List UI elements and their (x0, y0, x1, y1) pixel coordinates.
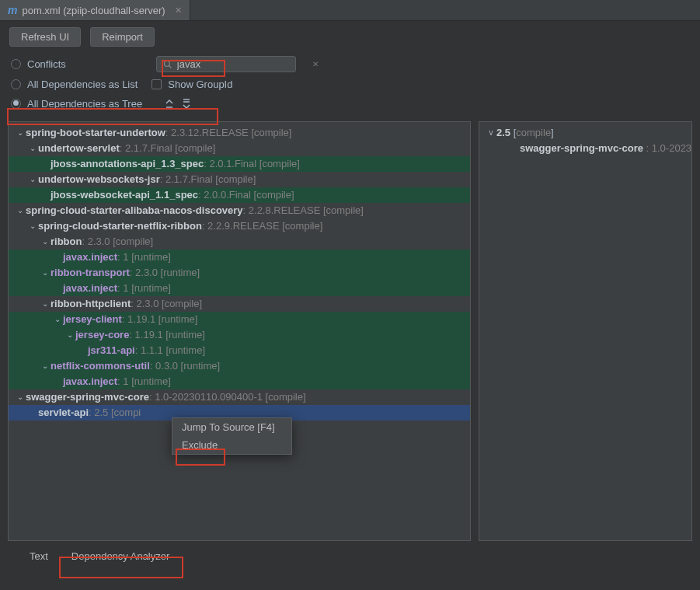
chevron-down-icon: v (486, 125, 496, 141)
chevron-down-icon[interactable]: ⌄ (64, 327, 75, 343)
dep-name: jersey-core (75, 327, 129, 343)
dep-name: servlet-api (38, 405, 89, 421)
dep-name: javax.inject (63, 374, 117, 389)
radio-icon (11, 59, 21, 69)
dep-version-scope: : 2.2.9.RELEASE [compile] (202, 218, 322, 234)
dep-version-scope: : 0.3.0 [runtime] (150, 358, 220, 374)
show-groupid-checkbox[interactable]: Show GroupId (151, 79, 232, 90)
tree-node[interactable]: ⌄undertow-websockets-jsr : 2.1.7.Final [… (9, 172, 470, 187)
chevron-down-icon[interactable]: ⌄ (15, 389, 26, 405)
tree-node[interactable]: ⌄ribbon : 2.3.0 [compile] (9, 234, 470, 250)
tree-node[interactable]: ⌄spring-cloud-starter-netflix-ribbon : 2… (9, 218, 470, 234)
tree-node[interactable]: ⌄ribbon-transport : 2.3.0 [runtime] (9, 265, 470, 281)
conflicts-radio[interactable]: Conflicts (11, 58, 66, 70)
dep-name: spring-boot-starter-undertow (26, 125, 165, 141)
tree-node[interactable]: ⌄spring-cloud-starter-alibaba-nacos-disc… (9, 203, 470, 218)
dep-name: jboss-websocket-api_1.1_spec (50, 187, 198, 203)
dep-name: swagger-spring-mvc-core (26, 389, 149, 405)
filter-row-3: All Dependencies as Tree (0, 93, 700, 117)
tree-node[interactable]: javax.inject : 1 [runtime] (9, 250, 470, 265)
filter-row-1: Conflicts ✕ (0, 53, 700, 75)
dep-name: jersey-client (63, 312, 122, 327)
conflicts-label: Conflicts (27, 58, 66, 70)
tree-node[interactable]: ⌄ribbon-httpclient : 2.3.0 [compile] (9, 296, 470, 312)
chevron-down-icon[interactable]: ⌄ (15, 203, 26, 218)
chevron-down-icon[interactable]: ⌄ (27, 172, 38, 187)
toolbar: Refresh UI Reimport (0, 21, 700, 53)
refresh-ui-button[interactable]: Refresh UI (9, 27, 81, 47)
dep-name: javax.inject (63, 281, 117, 296)
expand-all-icon[interactable] (162, 96, 176, 110)
dep-version-scope: : 1.0-20230110.090400-1 [compile] (149, 389, 306, 405)
tree-node[interactable]: ⌄jersey-client : 1.19.1 [runtime] (9, 312, 470, 327)
tree-node[interactable]: javax.inject : 1 [runtime] (9, 374, 470, 389)
dep-version-scope: : 2.5 [compi (89, 405, 141, 421)
dep-version-scope: : 2.1.7.Final [compile] (120, 141, 216, 156)
dep-version-scope: : 2.1.7.Final [compile] (160, 172, 256, 187)
all-deps-list-label: All Dependencies as List (27, 79, 138, 90)
tab-dependency-analyzer[interactable]: Dependency Analyzer (61, 546, 180, 567)
tree-node[interactable]: ⌄swagger-spring-mvc-core : 1.0-20230110.… (9, 389, 470, 405)
editor-tab-strip: m pom.xml (zpiip-cloudhall-server) ✕ (0, 0, 700, 21)
collapse-all-icon[interactable] (179, 96, 193, 110)
search-input-wrapper[interactable]: ✕ (156, 56, 296, 72)
tree-node[interactable]: ⌄undertow-servlet : 2.1.7.Final [compile… (9, 141, 470, 156)
all-deps-tree-radio[interactable]: All Dependencies as Tree (11, 98, 142, 110)
dep-version-scope: : 1 [runtime] (117, 374, 171, 389)
dep-name: jsr311-api (88, 343, 135, 358)
chevron-down-icon[interactable]: ⌄ (40, 265, 50, 281)
dep-version-scope: : 2.0.1.Final [compile] (204, 156, 300, 172)
chevron-down-icon[interactable]: ⌄ (15, 125, 26, 141)
dep-version-scope: : 1.19.1 [runtime] (122, 312, 198, 327)
chevron-down-icon[interactable]: ⌄ (40, 358, 50, 374)
tree-node[interactable]: ⌄netflix-commons-util : 0.3.0 [runtime] (9, 358, 470, 374)
dep-version-scope: : 1 [runtime] (117, 281, 171, 296)
show-groupid-label: Show GroupId (168, 79, 232, 90)
clear-icon[interactable]: ✕ (312, 60, 319, 68)
dep-version-scope: : 1.1.1 [runtime] (135, 343, 205, 358)
svg-point-0 (164, 61, 169, 66)
usage-root[interactable]: v 2.5 [compile] (479, 125, 691, 141)
chevron-down-icon[interactable]: ⌄ (52, 312, 63, 327)
context-menu: Jump To Source [F4] Exclude (172, 417, 292, 455)
dep-name: undertow-servlet (38, 141, 120, 156)
tree-node[interactable]: jboss-websocket-api_1.1_spec : 2.0.0.Fin… (9, 187, 470, 203)
dep-name: netflix-commons-util (50, 358, 150, 374)
bottom-tab-strip: Text Dependency Analyzer (0, 541, 700, 570)
usage-child[interactable]: swagger-spring-mvc-core : 1.0-202301 (479, 141, 691, 156)
dependency-tree-pane[interactable]: ⌄spring-boot-starter-undertow : 2.3.12.R… (8, 121, 471, 541)
tree-node[interactable]: javax.inject : 1 [runtime] (9, 281, 470, 296)
search-input[interactable] (177, 58, 308, 70)
usages-pane[interactable]: v 2.5 [compile] swagger-spring-mvc-core … (479, 121, 692, 541)
menu-item-exclude[interactable]: Exclude (172, 436, 291, 454)
chevron-down-icon[interactable]: ⌄ (27, 218, 38, 234)
dep-name: undertow-websockets-jsr (38, 172, 160, 187)
tree-node[interactable]: jsr311-api : 1.1.1 [runtime] (9, 343, 470, 358)
dep-name: spring-cloud-starter-alibaba-nacos-disco… (26, 203, 243, 218)
radio-icon (11, 79, 21, 89)
dep-name: ribbon-httpclient (50, 296, 131, 312)
tab-text[interactable]: Text (19, 546, 59, 567)
filter-row-2: All Dependencies as List Show GroupId (0, 75, 700, 93)
chevron-down-icon[interactable]: ⌄ (27, 141, 38, 156)
usage-root-name: 2.5 (496, 125, 510, 141)
dep-name: javax.inject (63, 250, 117, 265)
dep-version-scope: : 2.3.0 [runtime] (130, 265, 200, 281)
all-deps-list-radio[interactable]: All Dependencies as List (11, 79, 138, 90)
dep-name: spring-cloud-starter-netflix-ribbon (38, 218, 202, 234)
dep-version-scope: : 2.3.0 [compile] (82, 234, 153, 250)
editor-tab[interactable]: m pom.xml (zpiip-cloudhall-server) ✕ (0, 0, 190, 20)
close-icon[interactable]: ✕ (175, 5, 182, 16)
chevron-down-icon[interactable]: ⌄ (40, 234, 50, 250)
dep-version-scope: : 2.0.0.Final [compile] (198, 187, 294, 203)
tree-node[interactable]: ⌄jersey-core : 1.19.1 [runtime] (9, 327, 470, 343)
dep-version-scope: : 2.2.8.RELEASE [compile] (243, 203, 364, 218)
checkbox-icon (151, 79, 162, 89)
menu-item-jump-to-source[interactable]: Jump To Source [F4] (172, 418, 291, 436)
reimport-button[interactable]: Reimport (90, 27, 155, 47)
chevron-down-icon[interactable]: ⌄ (40, 296, 50, 312)
tree-node[interactable]: ⌄spring-boot-starter-undertow : 2.3.12.R… (9, 125, 470, 141)
content-panes: ⌄spring-boot-starter-undertow : 2.3.12.R… (0, 117, 700, 541)
dep-version-scope: : 1.19.1 [runtime] (129, 327, 205, 343)
tree-node[interactable]: jboss-annotations-api_1.3_spec : 2.0.1.F… (9, 156, 470, 172)
